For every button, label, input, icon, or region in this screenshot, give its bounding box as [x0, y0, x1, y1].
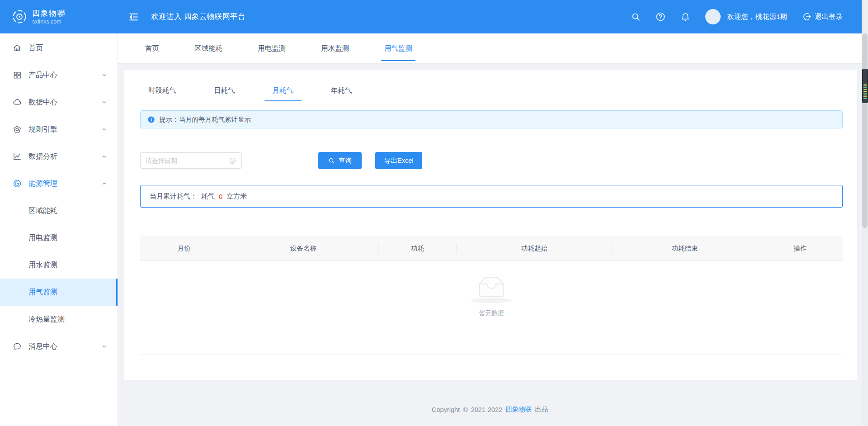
column-header-device-name: 设备名称	[228, 244, 379, 253]
brand-logo-icon	[12, 9, 27, 24]
brand-name: 四象物聯	[32, 9, 66, 18]
home-icon	[13, 43, 22, 52]
sidebar-subitem-electricity-monitor[interactable]: 用电监测	[0, 224, 118, 251]
sidebar-subitem-heat-monitor[interactable]: 冷热量监测	[0, 306, 118, 333]
logout-label: 退出登录	[815, 12, 843, 22]
info-icon	[147, 116, 155, 123]
sidebar-item-label: 数据分析	[28, 152, 101, 161]
menu-fold-icon[interactable]	[128, 11, 139, 23]
column-header-consumption: 功耗	[379, 244, 457, 253]
date-picker-input[interactable]	[146, 157, 229, 164]
chevron-down-icon	[101, 126, 108, 133]
empty-text: 暂无数据	[479, 309, 504, 317]
copyright-prefix: Copyright	[432, 406, 460, 413]
notification-bell-icon[interactable]	[680, 12, 690, 22]
sidebar-item-label: 消息中心	[28, 342, 101, 351]
sidebar-subitem-label: 用电监测	[28, 233, 57, 243]
sidebar-subitem-label: 用气监测	[28, 288, 57, 297]
summary-unit: 立方米	[226, 192, 247, 201]
sidebar-item-label: 能源管理	[28, 179, 101, 189]
topnav-item-home[interactable]: 首页	[145, 44, 159, 53]
tab-monthly-gas[interactable]: 月耗气	[264, 80, 302, 101]
topnav-item-gas-monitor[interactable]: 用气监测	[384, 44, 412, 53]
summary-value: 0	[219, 193, 222, 200]
alert-text: 提示：当月的每月耗气累计显示	[159, 115, 251, 124]
monthly-summary-box: 当月累计耗气： 耗气 0 立方米	[140, 185, 843, 208]
rule-engine-icon	[13, 125, 22, 134]
sidebar-item-data-analysis[interactable]: 数据分析	[0, 143, 118, 170]
sidebar-item-message-center[interactable]: 消息中心	[0, 333, 118, 360]
chevron-up-icon	[101, 180, 108, 187]
gas-table: 月份 设备名称 功耗 功耗起始 功耗结束 操作 暂无数据	[140, 236, 843, 355]
sidebar-item-rule-engine[interactable]: 规则引擎	[0, 116, 118, 143]
help-icon[interactable]	[656, 12, 665, 22]
sidebar-subitem-water-monitor[interactable]: 用水监测	[0, 251, 118, 279]
energy-icon	[13, 179, 22, 188]
header-actions: 欢迎您，桃花源1期 退出登录	[616, 9, 862, 24]
message-icon	[13, 342, 22, 351]
page-scrollbar[interactable]	[862, 0, 868, 426]
tab-period-gas[interactable]: 时段耗气	[140, 80, 184, 101]
query-button[interactable]: 查询	[318, 152, 362, 169]
sidebar-item-products[interactable]: 产品中心	[0, 62, 118, 89]
topnav-item-region-energy[interactable]: 区域能耗	[194, 44, 222, 53]
user-avatar[interactable]	[705, 9, 721, 24]
chevron-down-icon	[101, 153, 108, 160]
clock-icon	[229, 157, 236, 165]
column-header-consumption-start: 功耗起始	[457, 244, 613, 253]
sidebar: 首页 产品中心 数据中心 规则引	[0, 33, 118, 426]
chart-icon	[13, 152, 22, 161]
info-alert: 提示：当月的每月耗气累计显示	[140, 110, 843, 128]
brand-domain: sxlinks.com	[32, 19, 66, 25]
copyright-years: 2021-2022	[471, 406, 502, 413]
gas-tabs: 时段耗气 日耗气 月耗气 年耗气	[140, 80, 843, 101]
export-excel-button[interactable]: 导出Excel	[375, 152, 422, 169]
sidebar-item-label: 首页	[28, 43, 108, 53]
table-empty-body: 暂无数据	[140, 261, 843, 355]
sidebar-item-label: 产品中心	[28, 71, 101, 80]
summary-label: 当月累计耗气：	[150, 192, 197, 201]
app-header: 四象物聯 sxlinks.com 欢迎进入 四象云物联网平台	[0, 0, 862, 33]
content-card: 时段耗气 日耗气 月耗气 年耗气 提示：当月的每月耗气累计显示	[124, 70, 857, 380]
footer-brand-link[interactable]: 四象物联	[505, 405, 532, 414]
tab-daily-gas[interactable]: 日耗气	[206, 80, 243, 101]
cloud-icon	[13, 98, 22, 107]
search-icon[interactable]	[631, 12, 641, 22]
logout-button[interactable]: 退出登录	[802, 12, 843, 22]
scrollbar-thumb[interactable]	[862, 33, 868, 228]
sidebar-item-data-center[interactable]: 数据中心	[0, 89, 118, 116]
export-button-label: 导出Excel	[384, 156, 413, 165]
query-button-label: 查询	[339, 156, 352, 165]
search-icon	[328, 157, 335, 164]
table-header-row: 月份 设备名称 功耗 功耗起始 功耗结束 操作	[140, 236, 843, 261]
sidebar-item-energy-management[interactable]: 能源管理	[0, 170, 118, 197]
sidebar-item-label: 数据中心	[28, 98, 101, 107]
chevron-down-icon	[101, 72, 108, 78]
chevron-down-icon	[101, 343, 108, 350]
footer-copyright: Copyright © 2021-2022 四象物联 出品	[118, 405, 862, 414]
column-header-actions: 操作	[757, 244, 843, 253]
date-picker[interactable]	[140, 152, 242, 169]
sidebar-item-label: 规则引擎	[28, 125, 101, 134]
copyright-suffix: 出品	[535, 405, 548, 414]
brand-logo: 四象物聯 sxlinks.com	[0, 9, 118, 24]
sidebar-subitem-label: 区域能耗	[28, 206, 57, 216]
sidebar-subitem-region-energy[interactable]: 区域能耗	[0, 197, 118, 224]
sidebar-subitem-label: 用水监测	[28, 260, 57, 270]
empty-box-icon	[473, 273, 509, 301]
topnav-item-water-monitor[interactable]: 用水监测	[321, 44, 349, 53]
query-controls: 查询 导出Excel	[140, 152, 843, 169]
sidebar-item-home[interactable]: 首页	[0, 34, 118, 62]
sidebar-subitem-gas-monitor[interactable]: 用气监测	[0, 279, 118, 306]
scroll-minimap-widget[interactable]	[862, 69, 868, 103]
grid-icon	[13, 71, 22, 80]
copyright-symbol: ©	[463, 406, 468, 413]
empty-icon-shadow	[471, 298, 512, 303]
topnav-item-electricity-monitor[interactable]: 用电监测	[258, 44, 286, 53]
column-header-month: 月份	[140, 244, 228, 253]
scroll-minimap-stripes	[863, 84, 867, 100]
tab-yearly-gas[interactable]: 年耗气	[323, 80, 360, 101]
user-greeting: 欢迎您，桃花源1期	[727, 12, 787, 22]
page-title: 欢迎进入 四象云物联网平台	[151, 12, 245, 22]
chevron-down-icon	[101, 99, 108, 105]
